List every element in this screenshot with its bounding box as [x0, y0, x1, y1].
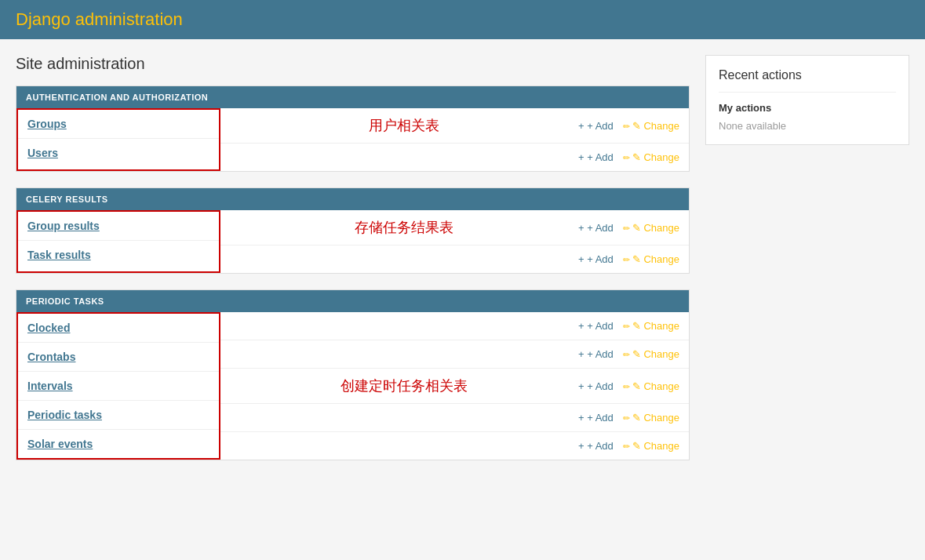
site-title: Django administration — [16, 9, 183, 29]
table-row: Intervals — [18, 372, 219, 401]
action-row: 创建定时任务相关表+ Add✎ Change — [220, 369, 689, 404]
model-actions: + Add✎ Change — [578, 151, 679, 163]
add-link[interactable]: + Add — [578, 120, 614, 132]
model-name-link[interactable]: Groups — [27, 118, 224, 130]
table-row: Crontabs — [18, 343, 219, 372]
add-link[interactable]: + Add — [578, 380, 614, 392]
recent-actions-title: Recent actions — [719, 68, 896, 82]
action-row: + Add✎ Change — [220, 340, 689, 369]
section-header-auth: AUTHENTICATION AND AUTHORIZATION — [16, 86, 689, 108]
model-name-link[interactable]: Crontabs — [27, 351, 224, 363]
section-periodic: PERIODIC TASKSClockedCrontabsIntervalsPe… — [16, 289, 690, 460]
model-name-link[interactable]: Group results — [27, 220, 224, 232]
models-column-celery: Group resultsTask results — [16, 210, 220, 273]
model-name-link[interactable]: Clocked — [27, 322, 224, 334]
action-row: + Add✎ Change — [220, 312, 689, 340]
change-link[interactable]: ✎ Change — [623, 412, 679, 424]
model-actions: + Add✎ Change — [578, 120, 679, 132]
action-row: + Add✎ Change — [220, 245, 689, 273]
change-link[interactable]: ✎ Change — [623, 320, 679, 332]
section-header-periodic: PERIODIC TASKS — [16, 290, 689, 312]
model-name-link[interactable]: Periodic tasks — [27, 409, 224, 421]
sidebar: Recent actions My actions None available — [705, 55, 909, 476]
right-area-auth: 用户相关表+ Add✎ Change+ Add✎ Change — [220, 108, 689, 171]
action-row: + Add✎ Change — [220, 432, 689, 460]
section-celery: CELERY RESULTSGroup resultsTask results存… — [16, 187, 690, 274]
model-name-link[interactable]: Solar events — [27, 438, 224, 450]
site-header: Django administration — [0, 0, 925, 39]
model-actions: + Add✎ Change — [578, 222, 679, 234]
table-row: Group results — [18, 212, 219, 241]
models-column-auth: GroupsUsers — [16, 108, 220, 171]
right-area-celery: 存储任务结果表+ Add✎ Change+ Add✎ Change — [220, 210, 689, 273]
sections-container: AUTHENTICATION AND AUTHORIZATIONGroupsUs… — [16, 85, 690, 460]
add-link[interactable]: + Add — [578, 151, 614, 163]
action-row: + Add✎ Change — [220, 404, 689, 432]
my-actions-label: My actions — [719, 102, 896, 114]
annotation-text: 存储任务结果表 — [230, 218, 578, 237]
page-title: Site administration — [16, 55, 690, 73]
table-row: Solar events — [18, 430, 219, 458]
model-name-link[interactable]: Task results — [27, 249, 224, 261]
annotation-text: 用户相关表 — [230, 116, 578, 135]
add-link[interactable]: + Add — [578, 412, 614, 424]
change-link[interactable]: ✎ Change — [623, 120, 679, 132]
add-link[interactable]: + Add — [578, 348, 614, 360]
change-link[interactable]: ✎ Change — [623, 222, 679, 234]
table-row: Clocked — [18, 314, 219, 343]
sidebar-divider — [719, 92, 896, 93]
table-row: Task results — [18, 241, 219, 269]
right-area-periodic: + Add✎ Change+ Add✎ Change创建定时任务相关表+ Add… — [220, 312, 689, 460]
annotation-text: 创建定时任务相关表 — [230, 376, 578, 395]
action-row: + Add✎ Change — [220, 144, 689, 171]
section-body-auth: GroupsUsers用户相关表+ Add✎ Change+ Add✎ Chan… — [16, 108, 689, 171]
section-body-periodic: ClockedCrontabsIntervalsPeriodic tasksSo… — [16, 312, 689, 460]
action-row: 用户相关表+ Add✎ Change — [220, 108, 689, 144]
add-link[interactable]: + Add — [578, 440, 614, 452]
none-available-text: None available — [719, 120, 896, 132]
add-link[interactable]: + Add — [578, 253, 614, 265]
main-container: Site administration AUTHENTICATION AND A… — [0, 39, 925, 492]
model-name-link[interactable]: Users — [27, 147, 224, 159]
table-row: Users — [18, 139, 219, 167]
section-header-celery: CELERY RESULTS — [16, 188, 689, 210]
change-link[interactable]: ✎ Change — [623, 380, 679, 392]
models-column-periodic: ClockedCrontabsIntervalsPeriodic tasksSo… — [16, 312, 220, 460]
change-link[interactable]: ✎ Change — [623, 151, 679, 163]
action-row: 存储任务结果表+ Add✎ Change — [220, 210, 689, 245]
change-link[interactable]: ✎ Change — [623, 348, 679, 360]
model-actions: + Add✎ Change — [578, 320, 679, 332]
model-actions: + Add✎ Change — [578, 380, 679, 392]
section-auth: AUTHENTICATION AND AUTHORIZATIONGroupsUs… — [16, 85, 690, 172]
content-area: Site administration AUTHENTICATION AND A… — [16, 55, 690, 476]
recent-actions-panel: Recent actions My actions None available — [705, 55, 909, 145]
model-actions: + Add✎ Change — [578, 348, 679, 360]
table-row: Periodic tasks — [18, 401, 219, 430]
add-link[interactable]: + Add — [578, 222, 614, 234]
section-body-celery: Group resultsTask results存储任务结果表+ Add✎ C… — [16, 210, 689, 273]
model-actions: + Add✎ Change — [578, 253, 679, 265]
table-row: Groups — [18, 110, 219, 139]
model-actions: + Add✎ Change — [578, 440, 679, 452]
add-link[interactable]: + Add — [578, 320, 614, 332]
change-link[interactable]: ✎ Change — [623, 253, 679, 265]
model-actions: + Add✎ Change — [578, 412, 679, 424]
change-link[interactable]: ✎ Change — [623, 440, 679, 452]
model-name-link[interactable]: Intervals — [27, 380, 224, 392]
